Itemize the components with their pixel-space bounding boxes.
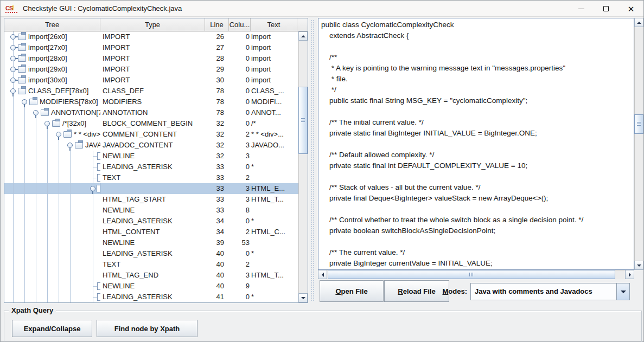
column-header-tree[interactable]: Tree — [4, 18, 100, 31]
tree-expand-handle[interactable] — [10, 45, 16, 50]
tree-expand-handle[interactable] — [10, 56, 16, 61]
cell-text: * — [251, 292, 298, 302]
cell-type: NEWLINE — [100, 237, 205, 248]
scroll-up-button[interactable] — [298, 31, 308, 41]
cell-line: 34 — [205, 227, 229, 237]
table-row[interactable]: TEXT402 — [4, 259, 298, 270]
tree-expand-handle[interactable] — [22, 99, 27, 105]
tree-vertical-scrollbar[interactable] — [298, 31, 308, 302]
table-row[interactable]: HTML_TAG_END403HTML_T... — [4, 270, 298, 281]
scroll-right-button[interactable] — [625, 270, 634, 279]
tree-guide-line — [93, 270, 93, 281]
cell-text: * * <div>... — [251, 129, 298, 140]
close-button[interactable]: ✕ — [619, 1, 643, 17]
tree-guide-line — [24, 292, 25, 302]
tree-expand-handle[interactable] — [44, 121, 50, 126]
cell-text — [251, 172, 298, 183]
cell-tree: CLASS_DEF[78x0] — [4, 86, 100, 96]
scroll-down-button[interactable] — [298, 293, 308, 302]
table-row[interactable]: * * <div>COMMENT_CONTENT322* * <div>... — [4, 129, 298, 140]
scroll-up-button[interactable] — [634, 18, 643, 27]
column-header-text[interactable]: Text — [251, 18, 297, 31]
source-code-panel[interactable]: public class CyclomaticComplexityCheck e… — [318, 18, 634, 270]
table-row[interactable]: import[30x0]IMPORT300import — [4, 75, 298, 86]
tree-expand-handle[interactable] — [90, 186, 95, 191]
cell-type: IMPORT — [100, 31, 205, 42]
table-row[interactable]: LEADING_ASTERISK340* — [4, 216, 298, 227]
maximize-button[interactable] — [594, 1, 619, 17]
minimize-button[interactable] — [569, 1, 594, 17]
tree-expand-handle[interactable] — [67, 143, 73, 148]
scroll-left-button[interactable] — [318, 270, 327, 279]
scrollbar-thumb[interactable] — [298, 87, 308, 154]
table-row[interactable]: LEADING_ASTERISK330* — [4, 162, 298, 172]
tree-guide-line — [13, 237, 14, 248]
combobox-dropdown-arrow-icon[interactable] — [616, 283, 629, 300]
column-header-line[interactable]: Line — [205, 18, 229, 31]
column-header-type[interactable]: Type — [100, 18, 205, 31]
tree-guide-line — [36, 227, 36, 237]
cell-text: HTML_T... — [251, 194, 298, 205]
cell-type: JAVADOC_CONTENT — [100, 140, 205, 151]
tree-guide-line — [70, 281, 71, 292]
cell-line: 30 — [205, 75, 229, 86]
table-row[interactable]: import[29x0]IMPORT290import — [4, 64, 298, 75]
table-row[interactable]: NEWLINE323 — [4, 151, 298, 162]
table-row[interactable]: JAVADOC_CONTENTJAVADOC_CONTENT323JAVADO.… — [4, 140, 298, 151]
column-header-column[interactable]: Colu... — [229, 18, 251, 31]
code-horizontal-scrollbar[interactable] — [318, 270, 634, 279]
cell-tree — [4, 259, 100, 270]
table-row[interactable]: CLASS_DEF[78x0]CLASS_DEF780CLASS_... — [4, 86, 298, 96]
table-row[interactable]: ANNOTATION[78x0]ANNOTATION780ANNOT... — [4, 107, 298, 118]
tree-expand-handle[interactable] — [10, 88, 16, 94]
cell-text: MODIFI... — [251, 96, 298, 107]
table-row[interactable]: NEWLINE338 — [4, 205, 298, 216]
cell-type: COMMENT_CONTENT — [100, 129, 205, 140]
scroll-down-button[interactable] — [634, 261, 643, 270]
modes-combobox[interactable]: Java with comments and Javadocs — [470, 283, 630, 300]
code-line: /** The current value. */ — [321, 247, 634, 258]
table-row[interactable]: /*[32x0]BLOCK_COMMENT_BEGIN320/* — [4, 118, 298, 129]
expand-collapse-button[interactable]: Expand/Collapse — [12, 320, 92, 337]
table-row[interactable]: HTML_TAG_START333HTML_T... — [4, 194, 298, 205]
table-row[interactable]: NEWLINE3953 — [4, 237, 298, 248]
tree-expand-handle[interactable] — [10, 78, 16, 83]
code-vertical-scrollbar[interactable] — [634, 18, 643, 270]
table-row[interactable]: import[28x0]IMPORT280import — [4, 53, 298, 64]
tree-expand-handle[interactable] — [56, 132, 61, 137]
cell-col: 0 — [229, 118, 251, 129]
scrollbar-thumb[interactable] — [634, 114, 643, 134]
tree-guide-line — [24, 205, 25, 216]
table-row[interactable]: MODIFIERS[78x0]MODIFIERS780MODIFI... — [4, 96, 298, 107]
find-node-by-xpath-button[interactable]: Find node by Xpath — [97, 320, 197, 337]
tree-expand-handle[interactable] — [33, 110, 39, 115]
xpath-query-group: Xpath Query Expand/Collapse Find node by… — [4, 311, 642, 342]
tree-guide-line — [47, 183, 48, 194]
tree-expand-handle[interactable] — [10, 67, 16, 72]
table-row[interactable]: HTML_CONTENT342HTML_C... — [4, 227, 298, 237]
cell-text — [251, 151, 298, 162]
tree-node-label: CLASS_DEF[78x0] — [28, 86, 88, 96]
table-row[interactable]: LEADING_ASTERISK400* — [4, 248, 298, 259]
open-file-button[interactable]: Open File — [320, 280, 384, 302]
table-row[interactable]: import[26x0]IMPORT260import — [4, 31, 298, 42]
split-pane-divider[interactable] — [308, 18, 318, 303]
cell-type: BLOCK_COMMENT_BEGIN — [100, 118, 205, 129]
cell-col: 0 — [229, 292, 251, 302]
tree-expand-handle[interactable] — [10, 34, 16, 40]
code-line: /** — [321, 52, 634, 63]
table-row[interactable]: TEXT332 — [4, 172, 298, 183]
table-row[interactable]: LEADING_ASTERISK410* — [4, 292, 298, 302]
cell-col: 0 — [229, 64, 251, 75]
table-row[interactable]: import[27x0]IMPORT270import — [4, 42, 298, 53]
tree-guide-line — [70, 259, 71, 270]
table-row[interactable]: HTML_ELEMENT333HTML_E... — [4, 183, 298, 194]
table-row[interactable]: NEWLINE409 — [4, 281, 298, 292]
tree-guide-line — [36, 172, 36, 183]
code-line: extends AbstractCheck { — [321, 30, 634, 41]
cell-tree — [4, 216, 100, 227]
scrollbar-thumb[interactable] — [328, 270, 615, 279]
cell-col: 0 — [229, 31, 251, 42]
tree-guide-line — [13, 281, 14, 292]
code-line — [321, 236, 634, 247]
